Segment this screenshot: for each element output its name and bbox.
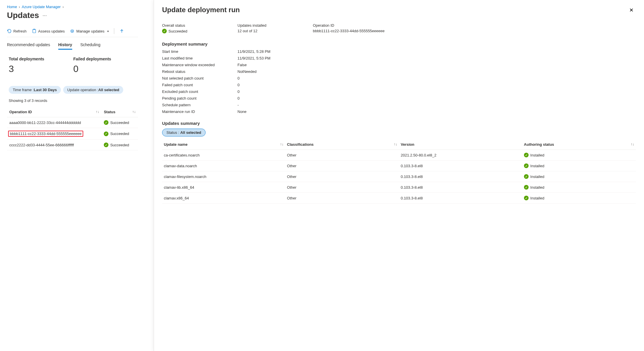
table-row[interactable]: clamav-filesystem.noarchOther0.103.3-8.e… <box>162 171 636 182</box>
classification-cell: Other <box>285 171 399 182</box>
upload-button[interactable] <box>119 29 124 33</box>
chevron-right-icon: › <box>62 5 64 9</box>
svg-rect-0 <box>33 29 36 33</box>
records-count: Showing 3 of 3 records <box>7 98 138 103</box>
col-operation-id[interactable]: Operation ID↑↓ <box>7 107 101 117</box>
tab-scheduling[interactable]: Scheduling <box>80 42 100 50</box>
updates-summary-title: Updates summary <box>162 121 636 126</box>
operation-id-value: bbbb1111-cc22-3333-44dd-555555eeeeee <box>313 29 400 33</box>
pending-value: 0 <box>237 96 636 100</box>
stat-failed-label: Failed deployments <box>73 57 111 61</box>
reboot-label: Reboot status <box>162 69 237 74</box>
manage-label: Manage updates <box>76 29 104 33</box>
overview-operation-id: Operation ID bbbb1111-cc22-3333-44dd-555… <box>313 23 400 33</box>
table-row[interactable]: aaaa0000-bb11-2222-33cc-444444dddddd✓Suc… <box>7 117 138 128</box>
version-cell: 2021.2.50-80.0.el8_2 <box>399 150 522 161</box>
overview-updates-installed: Updates installed 12 out of 12 <box>237 23 290 33</box>
refresh-button[interactable]: Refresh <box>7 29 27 33</box>
breadcrumb-service[interactable]: Azure Update Manager <box>22 5 61 9</box>
classification-cell: Other <box>285 193 399 204</box>
status-cell: ✓Succeeded <box>101 140 138 150</box>
more-actions-button[interactable]: ··· <box>42 12 47 19</box>
table-row[interactable]: cccc2222-dd33-4444-55ee-666666ffffff✓Suc… <box>7 140 138 150</box>
filter-timeframe[interactable]: Time frame : Last 30 Days <box>9 86 61 94</box>
svg-point-2 <box>72 30 73 32</box>
tab-history[interactable]: History <box>58 42 72 50</box>
not-selected-value: 0 <box>237 76 636 80</box>
table-row[interactable]: bbbb1111-cc22-3333-44dd-555555eeeeee✓Suc… <box>7 128 138 140</box>
col-classifications[interactable]: Classifications↑↓ <box>285 139 399 150</box>
gear-icon <box>70 29 75 33</box>
not-selected-label: Not selected patch count <box>162 76 237 80</box>
close-button[interactable]: ✕ <box>627 6 636 15</box>
page-title: Updates <box>7 11 39 20</box>
toolbar: Refresh Assess updates Manage updates ▾ <box>7 28 138 37</box>
tabs: Recommended updates History Scheduling <box>7 42 138 50</box>
table-row[interactable]: clamav-data.noarchOther0.103.3-8.el8✓Ins… <box>162 161 636 171</box>
filter-operation[interactable]: Update operation : All selected <box>63 86 123 94</box>
breadcrumb: Home › Azure Update Manager › <box>7 5 138 9</box>
breadcrumb-home[interactable]: Home <box>7 5 17 9</box>
excluded-label: Excluded patch count <box>162 89 237 94</box>
svg-point-1 <box>71 30 74 33</box>
deployment-summary-title: Deployment summary <box>162 42 636 46</box>
manage-updates-button[interactable]: Manage updates ▾ <box>70 29 109 33</box>
clipboard-icon <box>32 29 37 33</box>
status-cell: ✓Succeeded <box>101 128 138 140</box>
classification-cell: Other <box>285 150 399 161</box>
start-time-value: 11/9/2021, 5:28 PM <box>237 49 636 54</box>
col-update-name[interactable]: Update name↑↓ <box>162 139 285 150</box>
col-version[interactable]: Version <box>399 139 522 150</box>
check-icon: ✓ <box>162 29 167 33</box>
sort-icon: ↑↓ <box>394 142 397 146</box>
classification-cell: Other <box>285 161 399 171</box>
version-cell: 0.103.3-8.el8 <box>399 161 522 171</box>
maint-window-value: False <box>237 63 636 67</box>
sort-icon: ↑↓ <box>96 110 99 114</box>
panel-title: Update deployment run <box>162 6 240 14</box>
updates-table: Update name↑↓ Classifications↑↓ Version … <box>162 139 636 204</box>
overall-status-label: Overall status <box>162 23 214 28</box>
filter-timeframe-value: Last 30 Days <box>34 88 57 92</box>
reboot-value: NotNeeded <box>237 69 636 74</box>
update-name-cell: clamav.x86_64 <box>162 193 285 204</box>
update-name-cell: ca-certificates.noarch <box>162 150 285 161</box>
detail-panel: Update deployment run ✕ Overall status ✓… <box>154 0 644 351</box>
last-modified-label: Last modified time <box>162 56 237 60</box>
col-authoring-status[interactable]: Authoring status↑↓ <box>522 139 636 150</box>
stat-total-label: Total deployments <box>9 57 44 61</box>
check-icon: ✓ <box>524 163 529 168</box>
table-row[interactable]: clamav.x86_64Other0.103.3-8.el8✓Installe… <box>162 193 636 204</box>
assess-updates-button[interactable]: Assess updates <box>32 29 65 33</box>
col-status[interactable]: Status↑↓ <box>101 107 138 117</box>
stat-total-deployments: Total deployments 3 <box>9 57 44 74</box>
stat-failed-deployments: Failed deployments 0 <box>73 57 111 74</box>
overview-overall-status: Overall status ✓Succeeded <box>162 23 214 33</box>
check-icon: ✓ <box>524 153 529 157</box>
updates-filter-value: All selected <box>180 130 201 135</box>
sort-icon: ↑↓ <box>631 142 634 146</box>
table-row[interactable]: clamav-lib.x86_64Other0.103.3-8.el8✓Inst… <box>162 182 636 193</box>
filter-timeframe-label: Time frame : <box>13 88 34 92</box>
assess-label: Assess updates <box>38 29 65 33</box>
update-name-cell: clamav-filesystem.noarch <box>162 171 285 182</box>
filter-operation-label: Update operation : <box>67 88 98 92</box>
arrow-up-icon <box>119 29 124 33</box>
check-icon: ✓ <box>104 132 108 136</box>
update-name-cell: clamav-data.noarch <box>162 161 285 171</box>
updates-status-filter[interactable]: Status : All selected <box>162 129 206 136</box>
schedule-value: - <box>237 103 636 107</box>
filter-operation-value: All selected <box>98 88 119 92</box>
check-icon: ✓ <box>524 174 529 179</box>
close-icon: ✕ <box>629 7 634 13</box>
maint-run-value: None <box>237 109 636 114</box>
tab-recommended[interactable]: Recommended updates <box>7 42 50 50</box>
deployment-summary-grid: Start time11/9/2021, 5:28 PM Last modifi… <box>162 49 636 114</box>
table-row[interactable]: ca-certificates.noarchOther2021.2.50-80.… <box>162 150 636 161</box>
maint-run-label: Maintenance run ID <box>162 109 237 114</box>
version-cell: 0.103.3-8.el8 <box>399 171 522 182</box>
schedule-label: Schedule pattern <box>162 103 237 107</box>
stat-total-value: 3 <box>9 64 44 74</box>
pending-label: Pending patch count <box>162 96 237 100</box>
operation-id-cell: bbbb1111-cc22-3333-44dd-555555eeeeee <box>7 128 101 140</box>
